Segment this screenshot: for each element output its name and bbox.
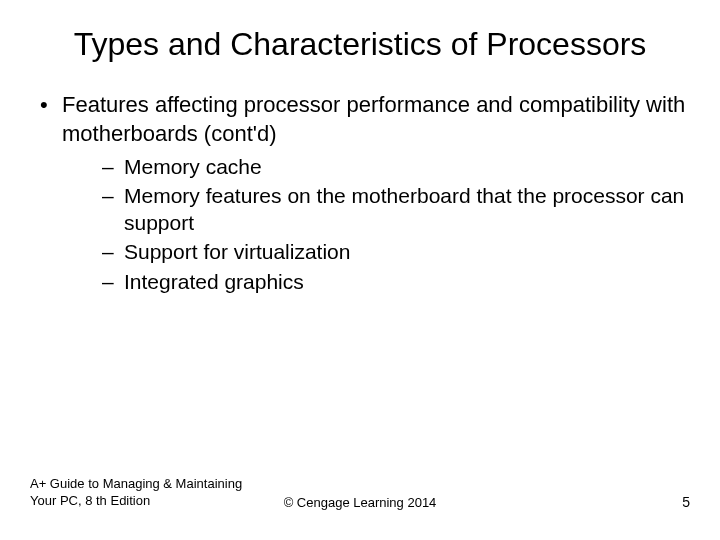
bullet-list: Features affecting processor performance… — [30, 91, 690, 295]
footer-center: © Cengage Learning 2014 — [284, 495, 437, 510]
bullet-item: Features affecting processor performance… — [40, 91, 690, 295]
footer: A+ Guide to Managing & Maintaining Your … — [30, 476, 690, 510]
footer-left: A+ Guide to Managing & Maintaining Your … — [30, 476, 260, 510]
sub-list: Memory cache Memory features on the moth… — [62, 153, 690, 295]
sub-item: Memory features on the motherboard that … — [102, 182, 690, 237]
sub-text: Support for virtualization — [124, 240, 350, 263]
sub-text: Integrated graphics — [124, 270, 304, 293]
page-number: 5 — [682, 494, 690, 510]
sub-item: Memory cache — [102, 153, 690, 180]
sub-text: Memory cache — [124, 155, 262, 178]
sub-item: Integrated graphics — [102, 268, 690, 295]
sub-item: Support for virtualization — [102, 238, 690, 265]
bullet-text: Features affecting processor performance… — [62, 92, 685, 146]
slide: Types and Characteristics of Processors … — [0, 0, 720, 540]
slide-title: Types and Characteristics of Processors — [30, 25, 690, 63]
sub-text: Memory features on the motherboard that … — [124, 184, 684, 234]
